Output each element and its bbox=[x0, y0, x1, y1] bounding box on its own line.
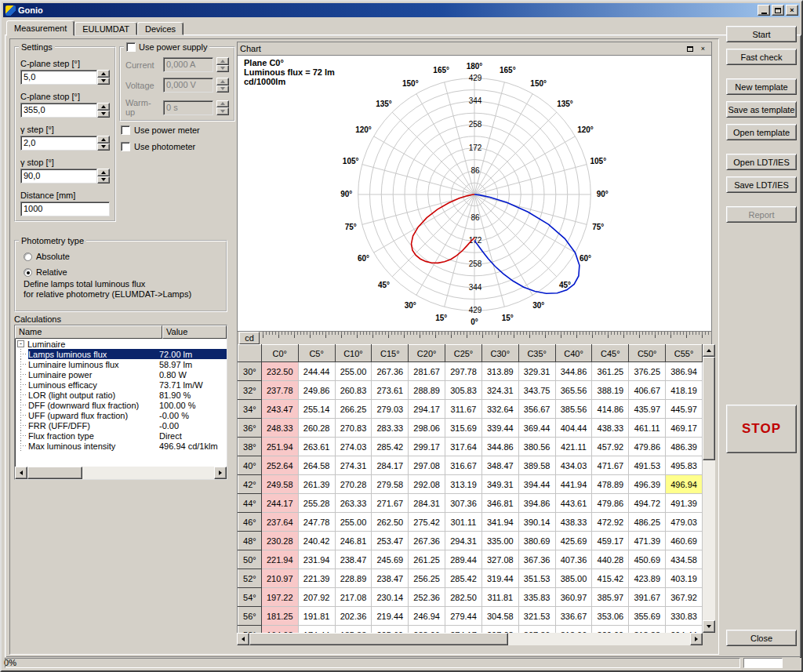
table-cell[interactable]: 294.44 bbox=[666, 626, 703, 634]
table-cell[interactable]: 232.50 bbox=[261, 362, 298, 381]
table-cell[interactable]: 321.53 bbox=[518, 607, 555, 626]
table-cell[interactable]: 469.17 bbox=[666, 419, 703, 438]
table-cell[interactable]: 249.58 bbox=[261, 475, 298, 494]
start-button[interactable]: Start bbox=[726, 26, 797, 42]
table-cell[interactable]: 319.44 bbox=[481, 569, 518, 588]
tree-expander[interactable]: - bbox=[17, 340, 24, 347]
table-cell[interactable]: 174.44 bbox=[298, 626, 335, 634]
spinner-down-button[interactable] bbox=[216, 65, 229, 73]
table-cell[interactable]: 191.81 bbox=[298, 607, 335, 626]
setting-input[interactable]: 5,0 bbox=[20, 70, 97, 85]
table-cell[interactable]: 388.19 bbox=[592, 381, 629, 400]
table-cell[interactable]: 339.44 bbox=[481, 419, 518, 438]
table-cell[interactable]: 202.36 bbox=[335, 607, 372, 626]
table-cell[interactable]: 307.36 bbox=[445, 494, 482, 513]
table-cell[interactable]: 344.86 bbox=[555, 362, 592, 381]
table-cell[interactable]: 313.19 bbox=[445, 475, 482, 494]
table-cell[interactable]: 255.00 bbox=[335, 362, 372, 381]
table-cell[interactable]: 282.50 bbox=[445, 588, 482, 607]
table-cell[interactable]: 438.33 bbox=[592, 419, 629, 438]
table-cell[interactable]: 244.17 bbox=[261, 494, 298, 513]
stop-button[interactable]: STOP bbox=[726, 405, 797, 453]
row-header[interactable]: 46° bbox=[238, 513, 262, 532]
table-cell[interactable]: 311.67 bbox=[445, 400, 482, 419]
column-header[interactable]: C10° bbox=[335, 345, 372, 362]
table-cell[interactable]: 434.03 bbox=[555, 456, 592, 475]
tab-measurement[interactable]: Measurement bbox=[6, 20, 74, 36]
column-header[interactable]: C15° bbox=[372, 345, 409, 362]
table-cell[interactable]: 288.89 bbox=[409, 381, 445, 400]
row-header[interactable]: 56° bbox=[238, 607, 262, 626]
table-cell[interactable]: 344.86 bbox=[481, 438, 518, 456]
table-cell[interactable]: 385.56 bbox=[555, 400, 592, 419]
spinner-down-button[interactable] bbox=[97, 111, 110, 118]
spinner-up-button[interactable] bbox=[97, 103, 110, 111]
table-cell[interactable]: 279.03 bbox=[372, 400, 409, 419]
table-cell[interactable]: 385.00 bbox=[555, 569, 592, 588]
table-cell[interactable]: 341.94 bbox=[481, 513, 518, 532]
table-cell[interactable]: 217.08 bbox=[335, 588, 372, 607]
table-cell[interactable]: 404.44 bbox=[555, 419, 592, 438]
save-as-template-button[interactable]: Save as template bbox=[726, 101, 797, 118]
table-cell[interactable]: 367.92 bbox=[666, 588, 703, 607]
table-vscrollbar[interactable] bbox=[703, 344, 715, 633]
table-cell[interactable]: 351.53 bbox=[518, 569, 555, 588]
table-cell[interactable]: 407.36 bbox=[555, 550, 592, 569]
table-cell[interactable]: 369.44 bbox=[518, 419, 555, 438]
table-cell[interactable]: 494.72 bbox=[629, 494, 666, 513]
table-cell[interactable]: 491.39 bbox=[666, 494, 703, 513]
spinner-down-button[interactable] bbox=[97, 78, 110, 85]
table-cell[interactable]: 256.25 bbox=[409, 569, 445, 588]
column-header[interactable]: C50° bbox=[629, 345, 666, 362]
table-cell[interactable]: 332.64 bbox=[481, 400, 518, 419]
table-cell[interactable]: 281.67 bbox=[409, 362, 445, 381]
row-header[interactable]: 48° bbox=[238, 532, 262, 550]
table-cell[interactable]: 329.31 bbox=[518, 362, 555, 381]
spinner-up-button[interactable] bbox=[216, 57, 229, 65]
table-cell[interactable]: 237.64 bbox=[261, 513, 298, 532]
table-cell[interactable]: 406.67 bbox=[629, 381, 666, 400]
table-cell[interactable]: 316.67 bbox=[445, 456, 482, 475]
calc-row[interactable]: FRR (UFF/DFF)-0.00 bbox=[15, 420, 227, 430]
table-cell[interactable]: 164.03 bbox=[261, 626, 298, 634]
table-cell[interactable]: 486.25 bbox=[629, 513, 666, 532]
table-cell[interactable]: 380.69 bbox=[518, 532, 555, 550]
table-cell[interactable]: 207.92 bbox=[298, 588, 335, 607]
spinner-down-button[interactable] bbox=[97, 143, 110, 151]
table-cell[interactable]: 390.14 bbox=[518, 513, 555, 532]
table-cell[interactable]: 380.56 bbox=[518, 438, 555, 456]
table-cell[interactable]: 443.61 bbox=[555, 494, 592, 513]
row-header[interactable]: 54° bbox=[238, 588, 262, 607]
table-cell[interactable]: 273.61 bbox=[372, 381, 409, 400]
table-cell[interactable]: 261.25 bbox=[409, 550, 445, 569]
table-cell[interactable]: 435.97 bbox=[629, 400, 666, 419]
table-cell[interactable]: 243.47 bbox=[261, 400, 298, 419]
table-cell[interactable]: 297.08 bbox=[409, 456, 445, 475]
table-cell[interactable]: 283.33 bbox=[372, 419, 409, 438]
scroll-right-arrow[interactable] bbox=[690, 633, 703, 645]
table-cell[interactable]: 267.36 bbox=[372, 362, 409, 381]
table-cell[interactable]: 335.00 bbox=[481, 532, 518, 550]
table-cell[interactable]: 479.86 bbox=[592, 494, 629, 513]
table-cell[interactable]: 414.86 bbox=[592, 400, 629, 419]
radio-relative[interactable] bbox=[24, 268, 32, 277]
scroll-right-arrow[interactable] bbox=[214, 467, 227, 479]
column-header[interactable]: C25° bbox=[445, 345, 482, 362]
chart-titlebar[interactable]: Chart × bbox=[238, 42, 711, 56]
table-cell[interactable]: 252.64 bbox=[261, 456, 298, 475]
spinner-up-button[interactable] bbox=[216, 78, 229, 85]
spinner-up-button[interactable] bbox=[216, 100, 229, 108]
spinner-down-button[interactable] bbox=[216, 85, 229, 93]
unit-tab-cd[interactable]: cd bbox=[239, 332, 260, 344]
column-header[interactable]: C55° bbox=[666, 345, 703, 362]
table-cell[interactable]: 266.25 bbox=[335, 400, 372, 419]
table-cell[interactable]: 248.33 bbox=[261, 419, 298, 438]
scroll-thumb[interactable] bbox=[249, 633, 508, 645]
table-cell[interactable]: 441.94 bbox=[555, 475, 592, 494]
calc-row[interactable]: Luminous efficacy73.71 lm/W bbox=[15, 380, 227, 390]
table-cell[interactable]: 313.89 bbox=[481, 362, 518, 381]
table-cell[interactable]: 298.06 bbox=[409, 419, 445, 438]
row-header[interactable]: 40° bbox=[238, 456, 262, 475]
table-cell[interactable]: 450.69 bbox=[629, 550, 666, 569]
table-cell[interactable]: 262.50 bbox=[372, 513, 409, 532]
